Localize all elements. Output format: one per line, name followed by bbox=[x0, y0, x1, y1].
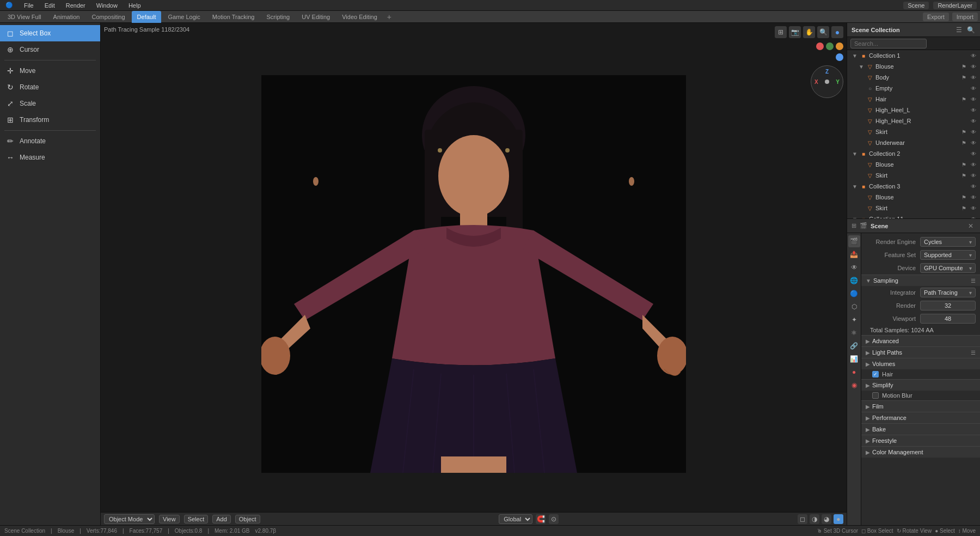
navigation-gizmo[interactable]: X Y Z bbox=[811, 65, 843, 98]
body-vis[interactable]: 👁 bbox=[969, 73, 978, 82]
oi-skirt-2[interactable]: ▽ Skirt ⚑ 👁 bbox=[847, 170, 980, 181]
prop-data-icon[interactable]: 📊 bbox=[848, 353, 860, 365]
transform-selector[interactable]: Global bbox=[499, 514, 532, 524]
mode-selector[interactable]: Object Mode bbox=[104, 514, 155, 524]
sampling-section-header[interactable]: ▼ Sampling ☰ bbox=[861, 275, 980, 286]
viewport-samples-field[interactable]: 48 bbox=[920, 314, 976, 324]
menu-help[interactable]: Help bbox=[126, 2, 143, 9]
outliner-search-input[interactable] bbox=[850, 39, 927, 48]
viewport-camera-icon[interactable]: 📷 bbox=[789, 26, 801, 38]
footer-select-btn[interactable]: Select bbox=[184, 515, 209, 523]
oi-empty[interactable]: ○ Empty 👁 bbox=[847, 83, 980, 94]
tool-rotate[interactable]: ↻ Rotate bbox=[0, 79, 100, 95]
sampling-menu-icon[interactable]: ☰ bbox=[971, 278, 976, 284]
integrator-dropdown[interactable]: Path Tracing ▾ bbox=[920, 288, 976, 297]
oi-blouse-1[interactable]: ▼ ▽ Blouse ⚑ 👁 bbox=[847, 61, 980, 72]
collection-3-vis[interactable]: 👁 bbox=[969, 182, 978, 191]
viewport-3d[interactable]: Path Tracing Sample 1182/2304 bbox=[101, 23, 847, 525]
footer-object-btn[interactable]: Object bbox=[235, 515, 260, 523]
viewport-light-icon[interactable]: ● bbox=[831, 26, 843, 38]
tab-3dviewfull[interactable]: 3D View Full bbox=[2, 11, 47, 23]
oi-skirt-1[interactable]: ▽ Skirt ⚑ 👁 bbox=[847, 126, 980, 137]
prop-scene-icon[interactable]: 🌐 bbox=[848, 275, 860, 287]
collection-3[interactable]: ▼ ■ Collection 3 👁 bbox=[847, 181, 980, 192]
volumes-section-header[interactable]: ▶ Volumes bbox=[861, 358, 980, 369]
light-paths-menu-icon[interactable]: ☰ bbox=[971, 350, 976, 356]
oi-hair[interactable]: ▽ Hair ⚑ 👁 bbox=[847, 94, 980, 105]
shading-solid-icon[interactable]: ◑ bbox=[810, 514, 819, 524]
bake-section-header[interactable]: ▶ Bake bbox=[861, 423, 980, 435]
feature-set-dropdown[interactable]: Supported ▾ bbox=[920, 250, 976, 260]
freestyle-section-header[interactable]: ▶ Freestyle bbox=[861, 435, 980, 446]
collection-11-vis[interactable]: 👁 bbox=[969, 215, 978, 218]
skirt-2-vis[interactable]: 👁 bbox=[969, 171, 978, 180]
tab-default[interactable]: Default bbox=[132, 11, 162, 23]
tab-videoediting[interactable]: Video Editing bbox=[336, 11, 383, 23]
oi-body[interactable]: ▽ Body ⚑ 👁 bbox=[847, 72, 980, 83]
import-button[interactable]: Import bbox=[952, 13, 978, 21]
tool-cursor[interactable]: ⊕ Cursor bbox=[0, 41, 100, 58]
hair-vis[interactable]: 👁 bbox=[969, 95, 978, 103]
color-mgmt-section-header[interactable]: ▶ Color Management bbox=[861, 446, 980, 458]
oi-high-heel-l[interactable]: ▽ High_Heel_L 👁 bbox=[847, 105, 980, 115]
skirt-3-vis[interactable]: 👁 bbox=[969, 204, 978, 212]
empty-vis[interactable]: 👁 bbox=[969, 84, 978, 93]
export-button[interactable]: Export bbox=[923, 13, 949, 21]
snap-icon[interactable]: 🧲 bbox=[536, 514, 546, 524]
oi-skirt-3[interactable]: ▽ Skirt ⚑ 👁 bbox=[847, 203, 980, 214]
prop-world-icon[interactable]: 🔵 bbox=[848, 288, 860, 300]
blouse-3-vis[interactable]: 👁 bbox=[969, 193, 978, 202]
blouse-1-vis[interactable]: 👁 bbox=[969, 62, 978, 71]
collection-11[interactable]: ▼ ■ Collection 11 👁 bbox=[847, 214, 980, 218]
menu-blender[interactable]: 🔵 bbox=[3, 2, 15, 9]
render-engine-dropdown[interactable]: Cycles ▾ bbox=[920, 237, 976, 247]
footer-add-btn[interactable]: Add bbox=[212, 515, 231, 523]
tab-gamelogic[interactable]: Game Logic bbox=[162, 11, 205, 23]
advanced-section-header[interactable]: ▶ Advanced bbox=[861, 335, 980, 346]
outliner-search-icon[interactable]: 🔍 bbox=[966, 25, 976, 35]
light-paths-section-header[interactable]: ▶ Light Paths ☰ bbox=[861, 346, 980, 358]
heel-l-vis[interactable]: 👁 bbox=[969, 106, 978, 114]
prop-particles-icon[interactable]: ✦ bbox=[848, 314, 860, 326]
tool-measure[interactable]: ↔ Measure bbox=[0, 149, 100, 166]
prop-constraints-icon[interactable]: 🔗 bbox=[848, 340, 860, 352]
underwear-vis[interactable]: 👁 bbox=[969, 138, 978, 147]
tool-move[interactable]: ✛ Move bbox=[0, 63, 100, 79]
prop-output-icon[interactable]: 📤 bbox=[848, 248, 860, 260]
prop-render-settings-icon[interactable]: ◉ bbox=[848, 379, 860, 391]
shading-material-icon[interactable]: ◕ bbox=[822, 514, 831, 524]
tool-annotate[interactable]: ✏ Annotate bbox=[0, 133, 100, 149]
heel-r-vis[interactable]: 👁 bbox=[969, 117, 978, 125]
viewport-grid-icon[interactable]: ⊞ bbox=[775, 26, 787, 38]
tab-add-button[interactable]: + bbox=[384, 13, 395, 21]
menu-window[interactable]: Window bbox=[94, 2, 120, 9]
prop-render-icon[interactable]: 🎬 bbox=[848, 235, 860, 247]
menu-file[interactable]: File bbox=[22, 2, 36, 9]
tool-transform[interactable]: ⊞ Transform bbox=[0, 112, 100, 128]
prop-view-icon[interactable]: 👁 bbox=[848, 261, 860, 273]
skirt-1-vis[interactable]: 👁 bbox=[969, 127, 978, 136]
shading-wire-icon[interactable]: ◻ bbox=[798, 514, 807, 524]
oi-blouse-2[interactable]: ▽ Blouse ⚑ 👁 bbox=[847, 159, 980, 170]
prop-physics-icon[interactable]: ⚛ bbox=[848, 327, 860, 339]
tab-motiontracking[interactable]: Motion Tracking bbox=[207, 11, 260, 23]
proportional-icon[interactable]: ⊙ bbox=[549, 514, 559, 524]
prop-object-icon[interactable]: ⬡ bbox=[848, 301, 860, 313]
tool-scale[interactable]: ⤢ Scale bbox=[0, 95, 100, 112]
shading-render-icon[interactable]: ● bbox=[834, 514, 843, 524]
tab-compositing[interactable]: Compositing bbox=[86, 11, 130, 23]
tab-animation[interactable]: Animation bbox=[48, 11, 85, 23]
simplify-section-header[interactable]: ▶ Simplify bbox=[861, 379, 980, 391]
viewport-zoom-icon[interactable]: 🔍 bbox=[817, 26, 829, 38]
motion-blur-checkbox[interactable] bbox=[872, 392, 879, 399]
scene-name[interactable]: Scene bbox=[903, 2, 929, 9]
footer-view-btn[interactable]: View bbox=[159, 515, 180, 523]
viewport-hand-icon[interactable]: ✋ bbox=[803, 26, 815, 38]
device-dropdown[interactable]: GPU Compute ▾ bbox=[920, 263, 976, 273]
collection-2[interactable]: ▼ ■ Collection 2 👁 bbox=[847, 148, 980, 159]
tab-uvediting[interactable]: UV Editing bbox=[296, 11, 335, 23]
render-samples-field[interactable]: 32 bbox=[920, 301, 976, 310]
menu-edit[interactable]: Edit bbox=[42, 2, 57, 9]
oi-high-heel-r[interactable]: ▽ High_Heel_R 👁 bbox=[847, 115, 980, 126]
collection-2-vis[interactable]: 👁 bbox=[969, 149, 978, 158]
